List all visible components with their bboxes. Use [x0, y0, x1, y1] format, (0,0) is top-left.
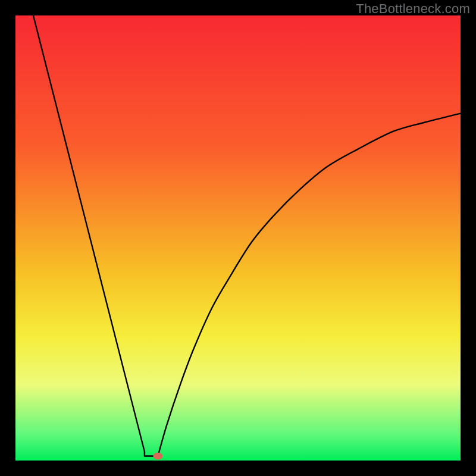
chart-stage: TheBottleneck.com — [0, 0, 476, 476]
curve-layer — [15, 15, 461, 461]
watermark-text: TheBottleneck.com — [356, 1, 470, 17]
minimum-marker — [153, 453, 162, 460]
bottleneck-curve — [33, 15, 461, 458]
plot-area — [15, 15, 461, 461]
